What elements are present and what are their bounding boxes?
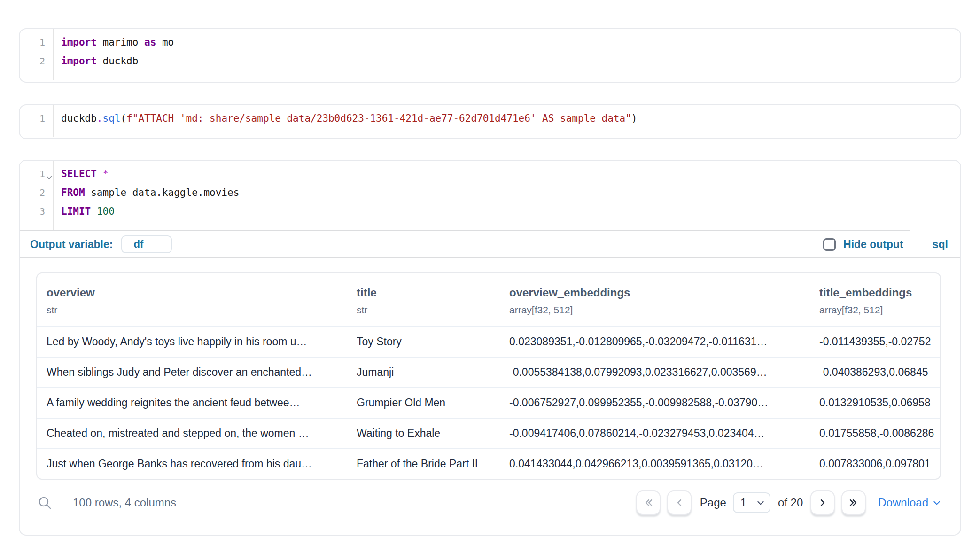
column-name: title_embeddings [819, 286, 940, 300]
keyword-token: import [61, 55, 97, 67]
language-badge-sql[interactable]: sql [933, 238, 948, 251]
sql-cell: 1 2 3 SELECT * FROM sample_data.kaggle.m… [19, 160, 961, 536]
operator-token: . [97, 113, 103, 124]
keyword-token: as [144, 37, 156, 48]
cell-title-embeddings: -0.011439355,-0.02752 [810, 327, 940, 357]
code-fold-chevron-down-icon[interactable] [46, 174, 53, 181]
cell-overview: A family wedding reignites the ancient f… [37, 388, 347, 418]
result-table: overview str title str overview_embeddin… [36, 272, 941, 480]
cell-overview-embeddings: 0.023089351,-0.012809965,-0.03209472,-0.… [500, 327, 810, 357]
code-token [91, 206, 97, 217]
column-header-overview-embeddings[interactable]: overview_embeddings array[f32, 512] [500, 286, 810, 316]
cell-overview-embeddings: -0.006752927,0.099952355,-0.009982588,-0… [500, 388, 810, 418]
column-dtype: str [357, 304, 500, 316]
code-token: marimo [97, 37, 144, 48]
column-dtype: array[f32, 512] [819, 304, 940, 316]
chevron-left-icon [674, 497, 685, 508]
code-editor-attach[interactable]: duckdb.sql(f"ATTACH 'md:_share/sample_da… [54, 105, 960, 137]
column-header-title-embeddings[interactable]: title_embeddings array[f32, 512] [810, 286, 940, 316]
cell-title: Grumpier Old Men [347, 388, 500, 418]
string-token: f"ATTACH 'md:_share/sample_data/23b0d623… [126, 113, 631, 124]
column-name: overview [47, 286, 347, 300]
line-number-gutter: 1 2 [20, 29, 54, 80]
code-cell-attach: 1 duckdb.sql(f"ATTACH 'md:_share/sample_… [19, 104, 961, 139]
chevron-down-icon [756, 498, 765, 507]
table-summary: 100 rows, 4 columns [73, 496, 176, 509]
cell-overview-embeddings: -0.0055384138,0.07992093,0.023316627,0.0… [500, 358, 810, 387]
line-number-gutter: 1 [20, 105, 54, 137]
cell-overview: Led by Woody, Andy's toys live happily i… [37, 327, 347, 357]
table-row: Just when George Banks has recovered fro… [37, 448, 940, 479]
vertical-divider [918, 234, 918, 254]
keyword-token: import [61, 37, 97, 48]
code-line: FROM sample_data.kaggle.movies [61, 187, 960, 206]
search-icon[interactable] [37, 495, 52, 510]
pagination-controls: Page 1 of 20 Download [636, 490, 941, 515]
line-number: 2 [20, 55, 45, 74]
code-line: SELECT * [61, 168, 960, 187]
number-token: 100 [97, 206, 115, 217]
line-number: 3 [20, 206, 45, 225]
page-select-value: 1 [740, 497, 756, 509]
sql-editor[interactable]: SELECT * FROM sample_data.kaggle.movies … [54, 161, 960, 230]
code-token: mo [156, 37, 174, 48]
cell-overview: Just when George Banks has recovered fro… [37, 449, 347, 479]
last-page-button[interactable] [841, 490, 866, 515]
cell-overview-embeddings: -0.009417406,0.07860214,-0.023279453,0.0… [500, 419, 810, 448]
page-label: Page [700, 496, 726, 509]
table-row: When siblings Judy and Peter discover an… [37, 357, 940, 387]
first-page-button[interactable] [636, 490, 661, 515]
column-header-title[interactable]: title str [347, 286, 500, 316]
download-button[interactable]: Download [878, 496, 941, 509]
code-token [97, 168, 103, 179]
cell-title: Jumanji [347, 358, 500, 387]
keyword-token: SELECT [61, 168, 97, 179]
table-row: A family wedding reignites the ancient f… [37, 387, 940, 418]
cell-title-embeddings: -0.040386293,0.06845 [810, 358, 940, 387]
table-header-row: overview str title str overview_embeddin… [37, 273, 940, 326]
next-page-button[interactable] [810, 490, 835, 515]
code-line: import marimo as mo [61, 37, 960, 55]
cell-overview: Cheated on, mistreated and stepped on, t… [37, 419, 347, 448]
code-line: duckdb.sql(f"ATTACH 'md:_share/sample_da… [61, 113, 960, 132]
page-select[interactable]: 1 [733, 492, 770, 513]
hide-output-checkbox[interactable] [823, 238, 836, 251]
column-header-overview[interactable]: overview str [37, 286, 347, 316]
cell-title-embeddings: 0.007833006,0.097801 [810, 449, 940, 479]
table-row: Cheated on, mistreated and stepped on, t… [37, 418, 940, 448]
code-token: sample_data.kaggle.movies [85, 187, 240, 198]
cell-title: Waiting to Exhale [347, 419, 500, 448]
output-variable-input[interactable] [121, 235, 172, 253]
chevrons-right-icon [848, 497, 859, 508]
line-number: 1 [20, 37, 45, 55]
chevron-right-icon [817, 497, 828, 508]
previous-page-button[interactable] [667, 490, 692, 515]
cell-title: Toy Story [347, 327, 500, 357]
code-token: ( [120, 113, 126, 124]
cell-title-embeddings: 0.01755858,-0.0086286 [810, 419, 940, 448]
function-token: sql [103, 113, 121, 124]
line-number: 1 [20, 168, 45, 187]
cell-title-embeddings: 0.0132910535,0.06958 [810, 388, 940, 418]
column-dtype: array[f32, 512] [509, 304, 810, 316]
code-token: ) [631, 113, 638, 124]
keyword-token: FROM [61, 187, 85, 198]
code-cell-imports: 1 2 import marimo as mo import duckdb [19, 28, 961, 83]
operator-token: * [103, 168, 109, 179]
table-row: Led by Woody, Andy's toys live happily i… [37, 326, 940, 357]
column-name: title [357, 286, 500, 300]
line-number-gutter: 1 2 3 [20, 161, 54, 230]
cell-overview: When siblings Judy and Peter discover an… [37, 358, 347, 387]
cell-overview-embeddings: 0.041433044,0.042966213,0.0039591365,0.0… [500, 449, 810, 479]
keyword-token: LIMIT [61, 206, 91, 217]
hide-output-label[interactable]: Hide output [843, 238, 903, 251]
line-number: 1 [20, 113, 45, 132]
code-editor-imports[interactable]: import marimo as mo import duckdb [54, 29, 960, 80]
download-label: Download [878, 496, 928, 509]
code-line: LIMIT 100 [61, 206, 960, 225]
code-token: duckdb [97, 55, 139, 67]
chevrons-left-icon [643, 497, 654, 508]
page-total-label: of 20 [778, 496, 803, 509]
cell-title: Father of the Bride Part II [347, 449, 500, 479]
output-variable-label: Output variable: [30, 238, 113, 251]
